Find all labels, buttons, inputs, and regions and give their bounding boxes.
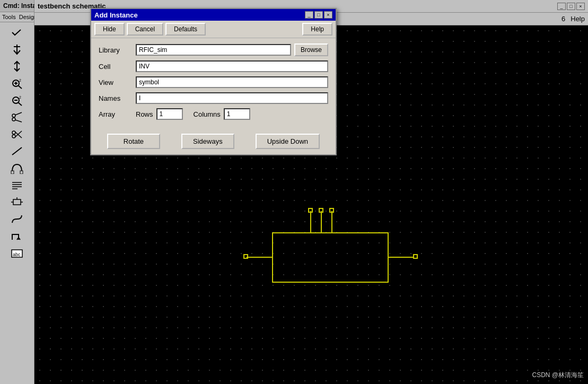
svg-point-13: [12, 118, 15, 121]
move-icon[interactable]: [5, 58, 29, 74]
zoom-out-icon[interactable]: 2: [5, 92, 29, 108]
zoom-in-icon[interactable]: 2: [5, 75, 29, 91]
library-label: Library: [99, 46, 136, 54]
move-down-icon[interactable]: [5, 41, 29, 57]
curve-icon[interactable]: [5, 211, 29, 227]
cell-input[interactable]: [136, 60, 328, 72]
schematic-close-btn[interactable]: ×: [576, 3, 585, 10]
component-icon[interactable]: [5, 194, 29, 210]
rotate-button[interactable]: Rotate: [107, 134, 160, 149]
arc-icon[interactable]: [5, 160, 29, 176]
help-button[interactable]: Help: [302, 23, 332, 36]
rows-input[interactable]: [156, 108, 183, 120]
dialog-titlebar: Add Instance _ □ ×: [91, 9, 336, 21]
schematic-help[interactable]: Help: [571, 15, 585, 23]
view-label: View: [99, 78, 136, 86]
upside-down-button[interactable]: Upside Down: [256, 134, 320, 149]
scissor2-icon[interactable]: [5, 126, 29, 142]
svg-line-9: [18, 102, 22, 106]
columns-label: Columns: [194, 110, 221, 118]
text-lines-icon[interactable]: [5, 177, 29, 193]
svg-point-12: [12, 114, 15, 117]
cell-row: Cell: [99, 60, 328, 72]
names-label: Names: [99, 94, 136, 102]
schematic-minimize-btn[interactable]: _: [557, 3, 566, 10]
cell-label: Cell: [99, 63, 136, 71]
cmd-label: Cmd: Instance: [0, 0, 34, 12]
dialog-window-controls: _ □ ×: [305, 11, 332, 19]
array-row: Array Rows Columns: [99, 108, 328, 120]
svg-point-16: [12, 131, 15, 134]
dialog-toolbar: Hide Cancel Defaults Help: [91, 21, 336, 38]
schematic-number: 6: [561, 15, 565, 23]
toolbar-menu: Tools Design Wind: [0, 12, 34, 22]
svg-rect-27: [13, 199, 21, 205]
library-input[interactable]: [136, 44, 291, 56]
dialog-body: Library Browse Cell View Names Array: [91, 38, 336, 130]
action-buttons-row: Rotate Sideways Upside Down: [91, 130, 336, 154]
view-input[interactable]: [136, 76, 328, 88]
svg-text:2: 2: [19, 78, 21, 82]
svg-line-19: [15, 131, 22, 137]
svg-rect-22: [20, 171, 23, 174]
add-instance-dialog: Add Instance _ □ × Hide Cancel Defaults …: [90, 8, 337, 155]
schematic-maximize-btn[interactable]: □: [567, 3, 575, 10]
abc-text-icon[interactable]: abc: [5, 245, 29, 261]
columns-input[interactable]: [224, 108, 250, 120]
svg-rect-21: [11, 171, 14, 174]
array-label: Array: [99, 110, 136, 118]
view-row: View: [99, 76, 328, 88]
names-row: Names: [99, 92, 328, 104]
dialog-title: Add Instance: [94, 11, 138, 19]
left-toolbar: Cmd: Instance Tools Design Wind: [0, 0, 34, 384]
schematic-controls: _ □ ×: [557, 3, 585, 10]
svg-text:2: 2: [19, 95, 21, 99]
path-icon[interactable]: [5, 228, 29, 244]
svg-line-20: [12, 147, 22, 155]
scissor1-icon[interactable]: [5, 109, 29, 125]
check-icon[interactable]: [5, 24, 29, 40]
menu-tools[interactable]: Tools: [1, 13, 17, 21]
rows-label: Rows: [136, 110, 153, 118]
library-row: Library Browse: [99, 43, 328, 56]
wire-icon[interactable]: [5, 143, 29, 159]
toolbar-icons: 2 2: [0, 22, 34, 384]
svg-point-17: [12, 135, 15, 138]
sideways-button[interactable]: Sideways: [181, 134, 234, 149]
svg-line-14: [15, 112, 22, 115]
svg-line-4: [18, 85, 22, 89]
names-input[interactable]: [136, 92, 328, 104]
svg-line-15: [15, 120, 22, 122]
watermark: CSDN @林清海笙: [532, 371, 584, 380]
hide-button[interactable]: Hide: [94, 23, 125, 36]
defaults-button[interactable]: Defaults: [165, 23, 206, 36]
browse-button[interactable]: Browse: [294, 43, 328, 56]
dialog-minimize-btn[interactable]: _: [305, 11, 313, 19]
svg-line-18: [15, 132, 22, 138]
cancel-button[interactable]: Cancel: [127, 23, 163, 36]
dialog-close-btn[interactable]: ×: [324, 11, 332, 19]
svg-text:abc: abc: [13, 252, 21, 257]
dialog-maximize-btn[interactable]: □: [314, 11, 323, 19]
